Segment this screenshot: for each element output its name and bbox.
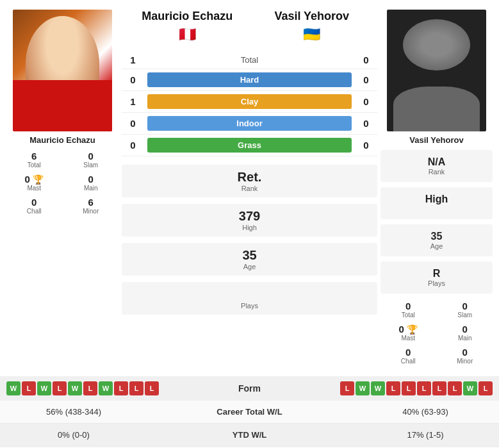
form-badge: L xyxy=(402,381,416,395)
ytd-wl-row: 0% (0-0) YTD W/L 17% (1-5) xyxy=(0,424,499,447)
left-player-photo xyxy=(13,10,112,131)
left-chall-stat: 0 Chall xyxy=(6,195,62,217)
form-badge: L xyxy=(386,381,400,395)
clay-row: 1 Clay 0 xyxy=(122,91,377,113)
right-form-badges: LWWLLLLLWL xyxy=(340,381,493,395)
left-slam-stat: 0 Slam xyxy=(63,149,119,170)
right-plays-label: Plays xyxy=(387,279,486,287)
form-badge: L xyxy=(53,381,67,395)
right-ytd-wl: 17% (1-5) xyxy=(361,430,489,440)
form-badge: W xyxy=(371,381,385,395)
right-hard-score: 0 xyxy=(355,74,377,85)
rank-row: Ret. Rank xyxy=(122,162,377,197)
plays-row: Plays xyxy=(122,279,377,315)
left-clay-score: 1 xyxy=(122,96,144,107)
left-mast-stat: 0 🏆 Mast xyxy=(6,172,62,194)
right-rank-label: Rank xyxy=(387,168,486,176)
form-badge: W xyxy=(99,381,113,395)
left-mast-label: Mast xyxy=(8,185,61,192)
form-badge: L xyxy=(145,381,159,395)
right-age-value: 35 xyxy=(387,231,486,242)
right-high-value: High xyxy=(387,194,486,205)
left-minor-stat: 6 Minor xyxy=(63,195,119,217)
form-badge: L xyxy=(417,381,431,395)
right-plays-value: R xyxy=(387,268,486,279)
form-badge: W xyxy=(6,381,20,395)
form-badge: W xyxy=(68,381,82,395)
total-row: 1 Total 0 xyxy=(122,51,377,69)
left-age-value: 35 xyxy=(129,248,370,263)
names-row: Mauricio Echazu 🇵🇪 Vasil Yehorov 🇺🇦 xyxy=(122,10,377,43)
left-indoor-score: 0 xyxy=(122,118,144,129)
right-player-stats: 0 Total 0 Slam 0 🏆 Mast 0 Main xyxy=(380,299,493,367)
form-badge: L xyxy=(114,381,128,395)
form-badge: L xyxy=(448,381,462,395)
right-chall-value: 0 xyxy=(382,347,435,358)
right-age-label: Age xyxy=(387,242,486,250)
left-career-wl: 56% (438-344) xyxy=(10,407,138,417)
grass-badge: Grass xyxy=(147,138,352,153)
left-name-heading: Mauricio Echazu xyxy=(125,10,250,24)
left-plays-box: Plays xyxy=(122,282,377,315)
left-plays-label: Plays xyxy=(129,302,370,310)
form-badge: L xyxy=(432,381,446,395)
left-plays-value xyxy=(129,287,370,302)
left-grass-score: 0 xyxy=(122,140,144,151)
form-badge: L xyxy=(340,381,354,395)
hard-row: 0 Hard 0 xyxy=(122,69,377,91)
right-player-name: Vasil Yehorov xyxy=(409,135,463,145)
right-mast-stat: 0 🏆 Mast xyxy=(380,322,436,344)
player-section: Mauricio Echazu 6 Total 0 Slam 0 🏆 Mast xyxy=(0,0,499,376)
total-label: Total xyxy=(144,55,355,65)
right-player-card: Vasil Yehorov N/A Rank High High 35 Age … xyxy=(380,10,493,367)
left-mast-value: 0 🏆 xyxy=(8,174,61,185)
left-name-top: Mauricio Echazu 🇵🇪 xyxy=(125,10,250,43)
career-wl-row: 56% (438-344) Career Total W/L 40% (63-9… xyxy=(0,401,499,424)
left-flag: 🇵🇪 xyxy=(125,26,250,43)
right-rank-value: N/A xyxy=(387,156,486,168)
main-container: Mauricio Echazu 6 Total 0 Slam 0 🏆 Mast xyxy=(0,0,499,448)
left-rank-box: Ret. Rank xyxy=(122,165,377,197)
right-plays-box: R Plays xyxy=(380,261,493,294)
left-high-value: 379 xyxy=(129,209,370,224)
right-grass-score: 0 xyxy=(355,140,377,151)
left-high-label: High xyxy=(129,224,370,231)
left-age-label: Age xyxy=(129,263,370,270)
form-badge: W xyxy=(463,381,477,395)
right-indoor-score: 0 xyxy=(355,118,377,129)
right-slam-value: 0 xyxy=(439,301,492,311)
right-minor-stat: 0 Minor xyxy=(438,345,493,367)
indoor-row: 0 Indoor 0 xyxy=(122,113,377,135)
form-badge: L xyxy=(83,381,97,395)
left-slam-label: Slam xyxy=(65,162,118,169)
left-total-score: 1 xyxy=(122,54,144,65)
trophy-icon-left: 🏆 xyxy=(33,174,44,185)
right-total-label: Total xyxy=(382,311,435,319)
right-name-heading: Vasil Yehorov xyxy=(250,10,375,24)
left-player-name: Mauricio Echazu xyxy=(29,135,95,145)
form-section: WLWLWLWLLL Form LWWLLLLLWL xyxy=(0,376,499,401)
left-main-label: Main xyxy=(65,185,118,192)
left-player-card: Mauricio Echazu 6 Total 0 Slam 0 🏆 Mast xyxy=(6,10,119,367)
right-main-label: Main xyxy=(439,335,492,342)
right-rank-box: N/A Rank xyxy=(380,150,493,182)
right-mast-value: 0 🏆 xyxy=(382,324,435,335)
right-chall-label: Chall xyxy=(382,358,435,365)
left-rank-value: Ret. xyxy=(129,170,370,185)
left-minor-value: 6 xyxy=(65,197,118,208)
right-age-box: 35 Age xyxy=(380,224,493,256)
left-rank-label: Rank xyxy=(129,185,370,192)
right-slam-label: Slam xyxy=(439,311,492,319)
right-player-photo xyxy=(387,10,486,131)
left-ytd-wl: 0% (0-0) xyxy=(10,430,138,440)
middle-stats: Mauricio Echazu 🇵🇪 Vasil Yehorov 🇺🇦 1 To… xyxy=(122,10,377,367)
hard-badge: Hard xyxy=(147,72,352,87)
left-hard-score: 0 xyxy=(122,74,144,85)
left-player-stats: 6 Total 0 Slam 0 🏆 Mast 0 Main xyxy=(6,149,119,217)
form-badge: L xyxy=(129,381,143,395)
surface-comparison: 1 Total 0 0 Hard 0 1 Clay 0 0 xyxy=(122,51,377,156)
right-name-top: Vasil Yehorov 🇺🇦 xyxy=(250,10,375,43)
trophy-icon-right: 🏆 xyxy=(407,324,418,335)
left-main-stat: 0 Main xyxy=(63,172,119,194)
form-badge: L xyxy=(479,381,493,395)
